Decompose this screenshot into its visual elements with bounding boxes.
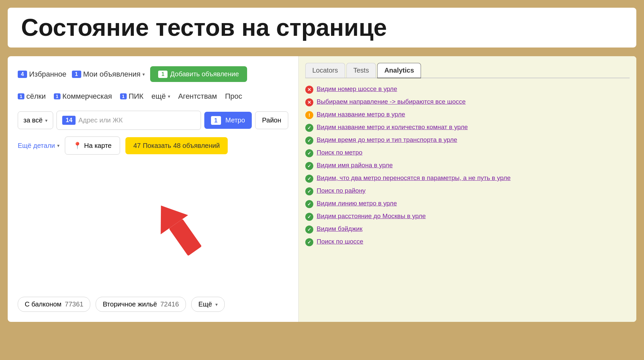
arrow-indicator <box>148 197 208 265</box>
price-dropdown[interactable]: за всё ▾ <box>18 111 53 129</box>
map-pin-icon: 📍 <box>73 142 82 150</box>
status-icon-success: ✓ <box>305 187 313 195</box>
analytics-item: ✕Видим номер шоссе в урле <box>305 85 630 94</box>
status-icon-success: ✓ <box>305 162 313 170</box>
price-label: за всё <box>23 116 42 124</box>
analytics-link[interactable]: Поиск по району <box>317 187 365 195</box>
page-title: Состояние тестов на странице <box>21 14 623 41</box>
more-category[interactable]: ещё ▾ <box>151 92 170 101</box>
status-icon-success: ✓ <box>305 137 313 145</box>
action-row: Ещё детали ▾ 📍 На карте 47 Показать 48 о… <box>18 137 288 155</box>
more-label: ещё <box>151 92 166 101</box>
analytics-link[interactable]: Поиск по шоссе <box>317 238 363 246</box>
villages-badge: 1 <box>18 93 24 99</box>
pro-label: Прос <box>225 92 242 101</box>
secondary-count: 72416 <box>160 300 179 308</box>
pik-badge: 1 <box>120 93 127 99</box>
metro-badge: 1 <box>211 116 221 125</box>
analytics-link[interactable]: Поиск по метро <box>317 149 362 157</box>
analytics-item: ✓Поиск по району <box>305 187 630 195</box>
favorites-badge: 4 <box>18 71 27 78</box>
status-icon-success: ✓ <box>305 175 313 183</box>
svg-rect-1 <box>169 219 202 256</box>
analytics-link[interactable]: Видим, что два метро переносятся в парам… <box>317 174 511 182</box>
more-filters[interactable]: Ещё ▾ <box>191 297 225 312</box>
address-badge: 14 <box>62 116 76 125</box>
balcony-count: 77361 <box>65 300 84 308</box>
metro-label: Метро <box>225 116 245 124</box>
more-filters-chevron: ▾ <box>215 302 218 307</box>
status-icon-warning: ! <box>305 111 313 119</box>
district-button[interactable]: Район <box>255 111 288 129</box>
favorites-nav-item[interactable]: 4 Избранное <box>18 70 67 79</box>
show-listings-button[interactable]: 47 Показать 48 объявлений <box>125 137 228 154</box>
analytics-link[interactable]: Видим бэйджик <box>317 225 362 233</box>
analytics-link[interactable]: Видим расстояние до Москвы в урле <box>317 212 426 220</box>
status-icon-success: ✓ <box>305 200 313 208</box>
analytics-item: !Видим название метро в урле <box>305 110 630 119</box>
analytics-item: ✓Видим время до метро и тип транспорта в… <box>305 136 630 145</box>
more-filters-label: Ещё <box>198 300 212 308</box>
secondary-filter[interactable]: Вторичное жильё 72416 <box>96 297 186 312</box>
more-chevron: ▾ <box>168 94 170 99</box>
analytics-link[interactable]: Видим название метро в урле <box>317 110 405 119</box>
commercial-category[interactable]: 1 Коммерческая <box>54 92 112 101</box>
my-ads-label: Мои объявления <box>83 70 141 79</box>
map-button[interactable]: 📍 На карте <box>65 137 120 155</box>
analytics-item: ✓Поиск по метро <box>305 149 630 157</box>
bottom-filters: С балконом 77361 Вторичное жильё 72416 Е… <box>18 297 225 312</box>
analytics-item: ✓Поиск по шоссе <box>305 238 630 246</box>
tab-locators[interactable]: Locators <box>305 63 345 78</box>
analytics-link[interactable]: Видим время до метро и тип транспорта в … <box>317 136 457 144</box>
tab-analytics[interactable]: Analytics <box>377 63 421 78</box>
add-listing-badge: 1 <box>158 71 168 78</box>
analytics-link[interactable]: Видим номер шоссе в урле <box>317 85 397 93</box>
favorites-label: Избранное <box>29 70 67 79</box>
ads-count: 48 объявлений <box>173 142 220 150</box>
pro-category[interactable]: Прос <box>225 92 242 101</box>
main-content: 4 Избранное 1 Мои объявления ▾ 1 Добавит… <box>7 55 637 323</box>
right-panel: Locators Tests Analytics ✕Видим номер шо… <box>299 56 636 322</box>
show-count: 47 <box>133 142 141 150</box>
category-nav: 1 сёлки 1 Коммерческая 1 ПИК ещё ▾ Агент… <box>18 92 288 101</box>
status-icon-error: ✕ <box>305 98 313 106</box>
add-listing-label: Добавить объявление <box>170 70 239 78</box>
status-icon-success: ✓ <box>305 213 313 221</box>
analytics-link[interactable]: Видим линию метро в урле <box>317 199 397 208</box>
my-ads-badge: 1 <box>72 71 81 78</box>
show-label: Показать <box>143 142 171 150</box>
address-search-container[interactable]: 14 Адрес или ЖК <box>57 111 201 130</box>
analytics-link[interactable]: Выбираем направление -> выбираются все ш… <box>317 98 466 106</box>
analytics-item: ✓Видим расстояние до Москвы в урле <box>305 212 630 221</box>
pik-category[interactable]: 1 ПИК <box>120 92 143 101</box>
analytics-item: ✕Выбираем направление -> выбираются все … <box>305 98 630 106</box>
svg-marker-2 <box>148 197 188 234</box>
status-icon-success: ✓ <box>305 226 313 234</box>
agencies-category[interactable]: Агентствам <box>178 92 217 101</box>
my-ads-nav-item[interactable]: 1 Мои объявления ▾ <box>72 70 145 79</box>
analytics-link[interactable]: Видим название метро и количество комнат… <box>317 123 468 131</box>
map-label: На карте <box>84 142 112 150</box>
analytics-link[interactable]: Видим имя района в урле <box>317 161 393 170</box>
tabs-container: Locators Tests Analytics <box>305 63 630 78</box>
villages-label: сёлки <box>26 92 46 101</box>
tab-tests[interactable]: Tests <box>346 63 376 78</box>
commercial-label: Коммерческая <box>63 92 112 101</box>
analytics-list: ✕Видим номер шоссе в урле✕Выбираем напра… <box>305 85 630 246</box>
top-nav: 4 Избранное 1 Мои объявления ▾ 1 Добавит… <box>18 66 288 82</box>
villages-category[interactable]: 1 сёлки <box>18 92 46 101</box>
page-title-container: Состояние тестов на странице <box>7 7 637 49</box>
district-label: Район <box>262 116 281 124</box>
analytics-item: ✓Видим название метро и количество комна… <box>305 123 630 132</box>
details-button[interactable]: Ещё детали ▾ <box>18 142 60 150</box>
balcony-filter[interactable]: С балконом 77361 <box>18 297 90 312</box>
metro-button[interactable]: 1 Метро <box>204 112 252 129</box>
commercial-badge: 1 <box>54 93 61 99</box>
add-listing-button[interactable]: 1 Добавить объявление <box>150 66 247 82</box>
analytics-item: ✓Видим линию метро в урле <box>305 199 630 208</box>
status-icon-success: ✓ <box>305 124 313 132</box>
status-icon-error: ✕ <box>305 86 313 94</box>
price-chevron: ▾ <box>45 118 47 123</box>
analytics-item: ✓Видим, что два метро переносятся в пара… <box>305 174 630 183</box>
search-row: за всё ▾ 14 Адрес или ЖК 1 Метро Район <box>18 111 288 130</box>
